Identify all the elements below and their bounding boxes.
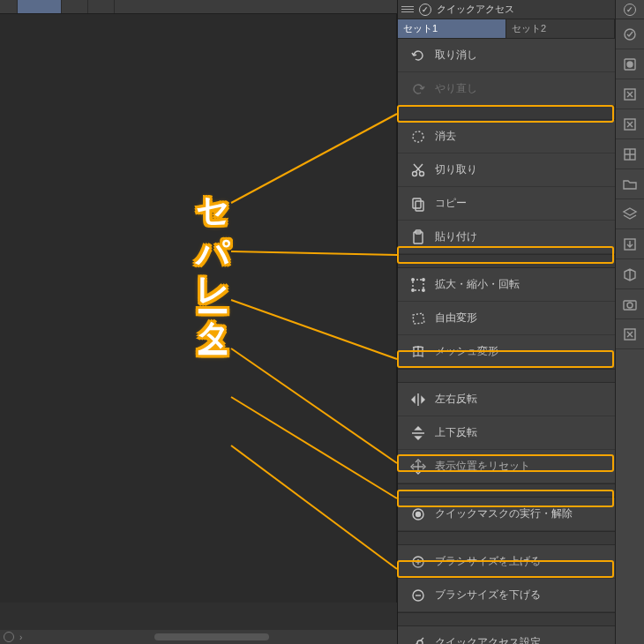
strip-record-icon[interactable] xyxy=(616,49,644,79)
brushdown-icon xyxy=(410,588,426,603)
separator xyxy=(398,254,615,268)
qa-item-fliph[interactable]: 左右反転 xyxy=(398,383,615,416)
qa-item-settings[interactable]: クイックアクセス設定 xyxy=(398,626,615,644)
scroll-thumb[interactable] xyxy=(154,633,269,640)
panel-title: クイックアクセス xyxy=(437,3,514,16)
qa-item-label: 切り取り xyxy=(435,162,477,177)
qa-item-qmask[interactable]: クイックマスクの実行・解除 xyxy=(398,498,615,531)
nav-circle-icon[interactable] xyxy=(4,632,14,642)
qa-item-label: メッシュ変形 xyxy=(435,344,498,359)
strip-qa-icon[interactable] xyxy=(616,19,644,49)
quick-access-panel: ✓ クイックアクセス セット1 セット2 取り消しやり直し消去切り取りコピー貼り… xyxy=(397,0,615,644)
strip-close-icon[interactable] xyxy=(616,319,644,349)
separator xyxy=(398,612,615,626)
side-strip: ✓ xyxy=(615,0,644,644)
separator xyxy=(398,369,615,383)
panel-menu-icon[interactable] xyxy=(401,4,414,16)
qa-item-redo[interactable]: やり直し xyxy=(398,72,615,106)
separator xyxy=(398,483,615,498)
toolbar-button[interactable] xyxy=(88,0,115,13)
svg-point-24 xyxy=(627,303,633,308)
strip-header-icon[interactable]: ✓ xyxy=(616,0,644,19)
svg-rect-4 xyxy=(416,201,423,211)
tab-bar: セット1 セット2 xyxy=(398,19,615,39)
qa-item-label: クイックアクセス設定 xyxy=(435,635,541,644)
qa-item-cut[interactable]: 切り取り xyxy=(398,154,615,187)
mesh-icon xyxy=(410,344,426,360)
tick-icon: › xyxy=(19,633,22,642)
strip-camera-icon[interactable] xyxy=(616,289,644,319)
undo-icon xyxy=(410,48,426,64)
svg-point-9 xyxy=(423,278,424,280)
qa-item-flipv[interactable]: 上下反転 xyxy=(398,416,615,450)
qa-item-label: ブラシサイズを下げる xyxy=(435,588,541,603)
tab-set-2[interactable]: セット2 xyxy=(506,19,615,38)
svg-point-11 xyxy=(423,288,424,290)
strip-folder-icon[interactable] xyxy=(616,169,644,199)
qa-item-label: 拡大・縮小・回転 xyxy=(435,277,520,292)
qa-item-brushup[interactable]: ブラシサイズを上げる xyxy=(398,545,615,579)
reset-icon xyxy=(410,459,426,475)
qa-item-label: ブラシサイズを上げる xyxy=(435,554,541,569)
qa-item-label: 自由変形 xyxy=(435,311,477,326)
tab-set-1[interactable]: セット1 xyxy=(398,19,506,38)
toolbar-button[interactable] xyxy=(18,0,62,13)
free-icon xyxy=(410,311,426,326)
separator xyxy=(398,531,615,545)
svg-rect-7 xyxy=(413,280,423,290)
strip-layers-icon[interactable] xyxy=(616,199,644,229)
quick-access-list: 取り消しやり直し消去切り取りコピー貼り付け拡大・縮小・回転自由変形メッシュ変形左… xyxy=(398,39,615,644)
svg-point-13 xyxy=(416,512,421,516)
canvas-area[interactable] xyxy=(0,13,397,603)
qa-item-label: 上下反転 xyxy=(435,425,477,440)
svg-point-18 xyxy=(627,62,633,67)
toolbar-button[interactable] xyxy=(0,0,18,13)
qa-item-label: 表示位置をリセット xyxy=(435,459,530,474)
svg-point-2 xyxy=(420,171,424,176)
flipv-icon xyxy=(410,425,426,441)
qa-item-label: コピー xyxy=(435,196,467,211)
toolbar-button[interactable] xyxy=(62,0,88,13)
transform-icon xyxy=(410,277,426,293)
qa-item-label: 消去 xyxy=(435,129,456,144)
qa-item-label: 貼り付け xyxy=(435,229,477,244)
qa-item-free[interactable]: 自由変形 xyxy=(398,302,615,335)
svg-point-8 xyxy=(412,278,414,280)
quick-access-icon: ✓ xyxy=(419,4,431,16)
qa-item-label: 取り消し xyxy=(435,48,477,63)
strip-tag-icon[interactable] xyxy=(616,259,644,289)
copy-icon xyxy=(410,196,426,212)
cut-icon xyxy=(410,162,426,178)
qa-item-copy[interactable]: コピー xyxy=(398,187,615,221)
qa-item-undo[interactable]: 取り消し xyxy=(398,39,615,72)
svg-point-10 xyxy=(412,288,414,290)
svg-point-0 xyxy=(413,131,423,142)
qa-item-label: クイックマスクの実行・解除 xyxy=(435,506,573,521)
qa-item-reset[interactable]: 表示位置をリセット xyxy=(398,450,615,483)
strip-box-x-icon[interactable] xyxy=(616,79,644,109)
qmask-icon xyxy=(410,506,426,522)
qa-item-paste[interactable]: 貼り付け xyxy=(398,221,615,254)
qa-item-mesh[interactable]: メッシュ変形 xyxy=(398,335,615,369)
qa-item-transform[interactable]: 拡大・縮小・回転 xyxy=(398,268,615,302)
fliph-icon xyxy=(410,392,426,408)
top-toolbar xyxy=(0,0,397,13)
strip-box-x2-icon[interactable] xyxy=(616,109,644,139)
settings-icon xyxy=(410,635,426,645)
svg-rect-3 xyxy=(413,198,421,208)
panel-header: ✓ クイックアクセス xyxy=(398,0,615,19)
redo-icon xyxy=(410,81,426,97)
brushup-icon xyxy=(410,554,426,570)
qa-item-clear[interactable]: 消去 xyxy=(398,120,615,154)
svg-point-1 xyxy=(413,171,417,176)
paste-icon xyxy=(410,229,426,245)
horizontal-scrollbar[interactable]: › xyxy=(0,630,397,644)
qa-item-label: やり直し xyxy=(435,81,477,96)
strip-download-icon[interactable] xyxy=(616,229,644,259)
clear-icon xyxy=(410,129,426,145)
qa-item-label: 左右反転 xyxy=(435,392,477,407)
separator xyxy=(398,106,615,120)
strip-grid-icon[interactable] xyxy=(616,139,644,169)
qa-item-brushdown[interactable]: ブラシサイズを下げる xyxy=(398,579,615,612)
